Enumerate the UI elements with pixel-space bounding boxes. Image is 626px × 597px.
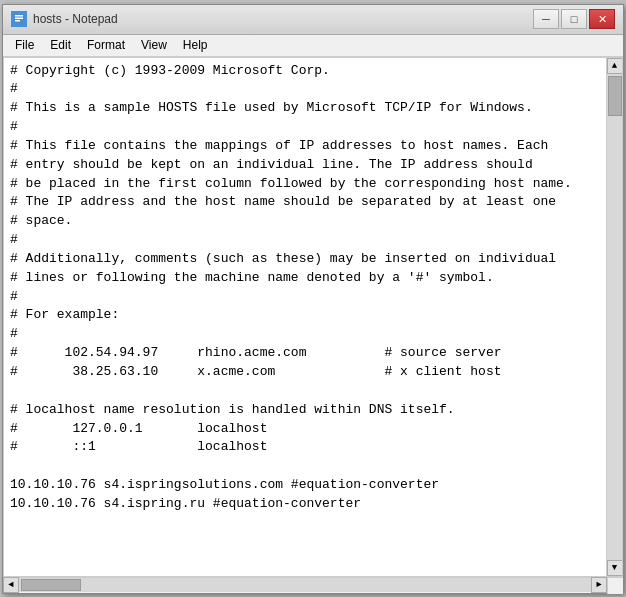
title-bar: hosts - Notepad ─ □ ✕: [3, 5, 623, 35]
scroll-thumb-vertical[interactable]: [608, 76, 622, 116]
title-bar-controls: ─ □ ✕: [533, 9, 615, 29]
menu-file[interactable]: File: [7, 36, 42, 54]
scroll-track-vertical[interactable]: [607, 74, 622, 560]
title-bar-left: hosts - Notepad: [11, 11, 118, 27]
svg-rect-2: [15, 18, 23, 20]
svg-rect-1: [15, 15, 23, 17]
minimize-button[interactable]: ─: [533, 9, 559, 29]
svg-rect-3: [15, 20, 20, 22]
text-editor[interactable]: # Copyright (c) 1993-2009 Microsoft Corp…: [4, 58, 606, 576]
vertical-scrollbar: ▲ ▼: [606, 58, 622, 576]
menu-view[interactable]: View: [133, 36, 175, 54]
app-icon: [11, 11, 27, 27]
bottom-area: ◄ ►: [3, 577, 623, 593]
menu-edit[interactable]: Edit: [42, 36, 79, 54]
title-bar-text: hosts - Notepad: [33, 12, 118, 26]
scroll-right-button[interactable]: ►: [591, 577, 607, 593]
scrollbar-corner: [607, 578, 623, 594]
scroll-track-horizontal[interactable]: [19, 578, 591, 592]
menu-help[interactable]: Help: [175, 36, 216, 54]
horizontal-scrollbar: ◄ ►: [3, 578, 607, 593]
menu-format[interactable]: Format: [79, 36, 133, 54]
editor-area: # Copyright (c) 1993-2009 Microsoft Corp…: [3, 57, 623, 577]
notepad-window: hosts - Notepad ─ □ ✕ File Edit Format V…: [2, 4, 624, 594]
scroll-down-button[interactable]: ▼: [607, 560, 623, 576]
scroll-thumb-horizontal[interactable]: [21, 579, 81, 591]
scroll-left-button[interactable]: ◄: [3, 577, 19, 593]
menu-bar: File Edit Format View Help: [3, 35, 623, 57]
scroll-up-button[interactable]: ▲: [607, 58, 623, 74]
close-button[interactable]: ✕: [589, 9, 615, 29]
maximize-button[interactable]: □: [561, 9, 587, 29]
